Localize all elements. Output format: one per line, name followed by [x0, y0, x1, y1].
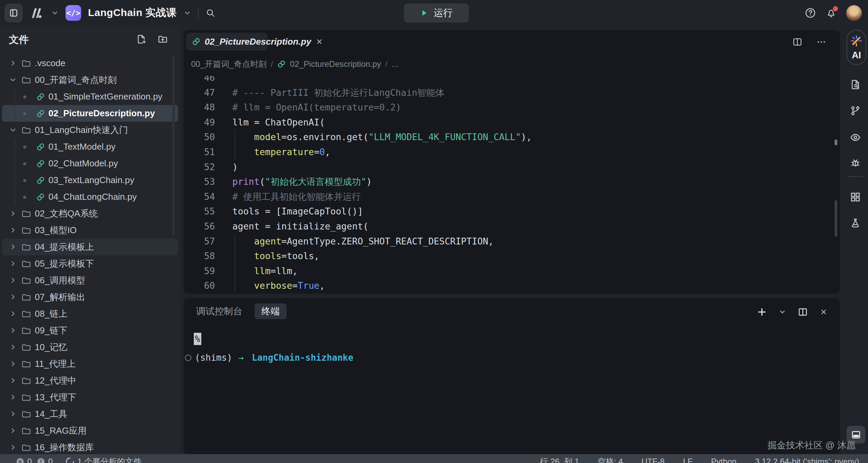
project-badge-icon[interactable]: </>	[66, 5, 81, 21]
chevron-right-icon[interactable]	[10, 59, 16, 67]
error-count[interactable]: 0	[16, 457, 32, 463]
tree-file-item[interactable]: 02_ChatModel.py	[2, 155, 178, 172]
tree-file-item[interactable]: 01_TextModel.py	[2, 138, 178, 155]
chevron-right-icon[interactable]	[10, 243, 16, 251]
code-line[interactable]: 57 agent=AgentType.ZERO_SHOT_REACT_DESCR…	[184, 234, 833, 249]
tree-folder-item[interactable]: 14_工具	[2, 406, 178, 422]
tree-folder-item[interactable]: 09_链下	[2, 322, 178, 339]
terminal-dropdown-icon[interactable]	[779, 308, 786, 316]
close-panel-icon[interactable]	[820, 308, 828, 316]
tree-folder-item[interactable]: 02_文档QA系统	[2, 205, 178, 222]
eye-icon[interactable]	[849, 132, 862, 143]
workspace-logo[interactable]	[29, 6, 44, 19]
bug-icon[interactable]	[850, 157, 861, 169]
breadcrumb-file[interactable]: 02_PictureDescription.py	[290, 59, 381, 69]
help-icon[interactable]	[805, 7, 816, 19]
editor-scrollbar-thumb[interactable]	[835, 200, 837, 237]
sidebar-scrollbar[interactable]	[172, 55, 175, 235]
status-item[interactable]: 空格: 4	[597, 456, 623, 463]
extensions-grid-icon[interactable]	[850, 191, 861, 203]
chevron-right-icon[interactable]	[10, 343, 16, 351]
new-terminal-button[interactable]	[757, 307, 767, 317]
chevron-right-icon[interactable]	[10, 293, 16, 301]
status-item[interactable]: 行 26, 列 1	[540, 456, 579, 463]
tree-folder-item[interactable]: .vscode	[2, 55, 178, 72]
code-line[interactable]: 53print("初始化大语言模型成功")	[184, 174, 833, 189]
tree-folder-item[interactable]: 10_记忆	[2, 339, 178, 356]
git-branch-icon[interactable]	[850, 105, 861, 117]
tree-folder-item[interactable]: 11_代理上	[2, 356, 178, 372]
editor-scroll-marker[interactable]	[835, 139, 837, 145]
editor-tab[interactable]: 02_PictureDescription.py	[186, 33, 267, 50]
tree-file-item[interactable]: 02_PictureDescription.py	[2, 105, 178, 122]
new-folder-button[interactable]	[157, 34, 169, 45]
status-item[interactable]: Python	[711, 457, 737, 463]
code-line[interactable]: 58 tools=tools,	[184, 249, 833, 264]
project-title[interactable]: LangChain 实战课	[88, 6, 177, 20]
tree-folder-item[interactable]: 05_提示模板下	[2, 255, 178, 272]
analysis-status[interactable]: 1 个要分析的文件	[65, 456, 142, 463]
status-item[interactable]: 3.12.2 64-bit ('shims': pyenv)	[755, 457, 859, 463]
chevron-right-icon[interactable]	[10, 209, 16, 218]
tree-folder-item[interactable]: 15_RAG应用	[2, 422, 178, 439]
split-terminal-icon[interactable]	[798, 307, 808, 317]
code-line[interactable]: 52)	[184, 160, 833, 175]
tab-terminal[interactable]: 终端	[255, 303, 287, 319]
chevron-right-icon[interactable]	[10, 443, 16, 451]
file-search-icon[interactable]	[850, 79, 861, 90]
tree-folder-item[interactable]: 16_操作数据库	[2, 439, 178, 454]
tree-folder-item[interactable]: 12_代理中	[2, 372, 178, 389]
code-line[interactable]: 46	[184, 76, 833, 85]
avatar[interactable]	[846, 5, 862, 21]
code-line[interactable]: 47# ---- PartIII 初始化并运行LangChain智能体	[184, 85, 833, 100]
split-editor-icon[interactable]	[792, 37, 802, 47]
chevron-right-icon[interactable]	[10, 326, 16, 334]
chevron-down-icon[interactable]	[10, 76, 16, 84]
chevron-right-icon[interactable]	[10, 393, 16, 401]
tree-folder-item[interactable]: 13_代理下	[2, 389, 178, 406]
tree-folder-item[interactable]: 00_开篇词_奇点时刻	[2, 72, 178, 88]
chevron-right-icon[interactable]	[10, 427, 16, 435]
chevron-right-icon[interactable]	[10, 376, 16, 385]
new-file-button[interactable]	[136, 34, 147, 45]
code-line[interactable]: 56agent = initialize_agent(	[184, 219, 833, 234]
test-flask-icon[interactable]	[850, 217, 861, 229]
status-item[interactable]: UTF-8	[641, 457, 665, 463]
tree-folder-item[interactable]: 07_解析输出	[2, 289, 178, 305]
breadcrumb-folder[interactable]: 00_开篇词_奇点时刻	[191, 59, 266, 70]
tree-file-item[interactable]: 04_ChatLongChain.py	[2, 189, 178, 205]
chevron-right-icon[interactable]	[10, 276, 16, 284]
code-editor[interactable]: 4647# ---- PartIII 初始化并运行LangChain智能体48#…	[184, 76, 833, 293]
code-line[interactable]: 60 verbose=True,	[184, 278, 833, 293]
chevron-down-icon[interactable]	[184, 9, 191, 17]
chevron-down-icon[interactable]	[51, 9, 59, 17]
close-tab-icon[interactable]	[315, 38, 323, 46]
code-line[interactable]: 49llm = ChatOpenAI(	[184, 115, 833, 130]
tree-folder-item[interactable]: 06_调用模型	[2, 272, 178, 289]
tree-file-item[interactable]: 01_SimpleTextGeneration.py	[2, 88, 178, 105]
code-line[interactable]: 59 llm=llm,	[184, 264, 833, 279]
tree-folder-item[interactable]: 03_模型IO	[2, 222, 178, 239]
toggle-sidebar-button[interactable]	[5, 4, 23, 22]
tree-folder-item[interactable]: 04_提示模板上	[2, 239, 178, 255]
tree-file-item[interactable]: 03_TextLangChain.py	[2, 172, 178, 189]
code-line[interactable]: 54# 使用工具初始化智能体并运行	[184, 189, 833, 204]
status-item[interactable]: LF	[683, 457, 693, 463]
code-line[interactable]: 48# llm = OpenAI(temperature=0.2)	[184, 100, 833, 115]
more-actions-icon[interactable]	[816, 37, 826, 47]
chevron-right-icon[interactable]	[10, 226, 16, 234]
code-line[interactable]: 55tools = [ImageCapTool()]	[184, 204, 833, 219]
terminal[interactable]: % (shims) → LangChain-shizhanke	[184, 331, 840, 454]
chevron-right-icon[interactable]	[10, 259, 16, 268]
run-button[interactable]: 运行	[404, 3, 469, 23]
warning-count[interactable]: 0	[37, 457, 53, 463]
search-icon[interactable]	[205, 8, 216, 18]
chevron-right-icon[interactable]	[10, 310, 16, 318]
tab-debug-console[interactable]: 调试控制台	[189, 303, 249, 319]
ai-assistant-button[interactable]: AI	[847, 30, 866, 65]
breadcrumb-more[interactable]: ...	[392, 59, 399, 69]
code-line[interactable]: 50 model=os.environ.get("LLM_MODEL_4K_FU…	[184, 130, 833, 145]
chevron-right-icon[interactable]	[10, 360, 16, 368]
tree-folder-item[interactable]: 01_LangChain快速入门	[2, 122, 178, 138]
chevron-down-icon[interactable]	[10, 126, 16, 134]
